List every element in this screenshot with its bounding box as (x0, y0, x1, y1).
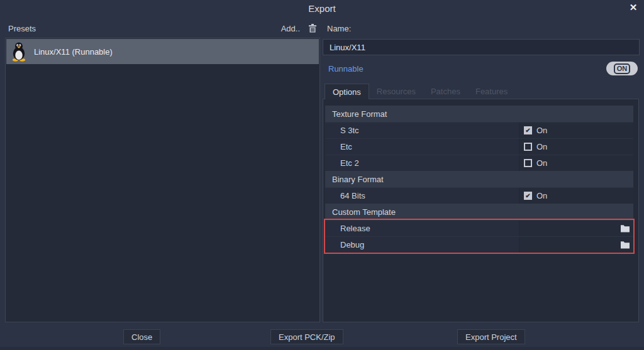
checkbox-caption: On (536, 158, 547, 168)
runnable-label[interactable]: Runnable (328, 64, 364, 74)
folder-icon[interactable] (620, 224, 630, 232)
option-row-release: Release (325, 220, 633, 236)
folder-icon[interactable] (620, 241, 630, 249)
options-panel: Texture Format S 3tc ✔ On Etc On Etc 2 O… (323, 99, 639, 322)
option-label: S 3tc (325, 123, 519, 138)
section-header-binary-format: Binary Format (325, 171, 633, 187)
checkbox-s3tc[interactable]: ✔ (524, 126, 532, 134)
checkbox-caption: On (536, 142, 547, 151)
preset-item-label: Linux/X11 (Runnable) (34, 47, 113, 57)
runnable-toggle[interactable]: ON (606, 62, 638, 75)
name-label: Name: (327, 24, 351, 33)
option-row-debug: Debug (325, 236, 633, 253)
section-header-custom-template: Custom Template (325, 204, 633, 220)
window-bottom-edge (0, 347, 644, 350)
option-label: Release (325, 221, 519, 236)
name-input[interactable]: Linux/X11 (323, 39, 640, 55)
option-row-etc2: Etc 2 On (325, 155, 633, 171)
presets-label: Presets (8, 24, 36, 33)
tab-resources[interactable]: Resources (369, 84, 423, 99)
close-icon[interactable]: ✕ (628, 2, 639, 13)
add-preset-button[interactable]: Add.. (281, 24, 300, 33)
custom-template-error-highlight: Release Debug (324, 219, 635, 254)
dialog-title: Export (0, 3, 644, 14)
export-pck-zip-button[interactable]: Export PCK/Zip (270, 329, 343, 344)
option-row-s3tc: S 3tc ✔ On (325, 122, 633, 138)
linux-tux-icon (11, 41, 27, 62)
presets-list: Linux/X11 (Runnable) (5, 38, 320, 322)
tab-patches[interactable]: Patches (423, 84, 468, 99)
tab-bar: Options Resources Patches Features (325, 84, 515, 99)
option-label: 64 Bits (325, 188, 519, 204)
name-input-value: Linux/X11 (330, 43, 365, 52)
checkbox-etc2[interactable] (524, 159, 532, 167)
export-project-button[interactable]: Export Project (457, 329, 525, 344)
delete-preset-icon[interactable] (308, 23, 318, 33)
preset-item-linux-x11[interactable]: Linux/X11 (Runnable) (6, 39, 319, 64)
debug-path-field[interactable] (519, 237, 633, 253)
runnable-row: Runnable ON (328, 61, 638, 76)
close-button[interactable]: Close (123, 329, 160, 344)
tab-features[interactable]: Features (468, 84, 515, 99)
section-header-texture-format: Texture Format (325, 106, 633, 122)
option-label: Etc (325, 139, 519, 155)
tab-options[interactable]: Options (325, 84, 369, 99)
checkbox-caption: On (536, 126, 547, 135)
checkbox-64bits[interactable]: ✔ (524, 192, 532, 200)
option-label: Etc 2 (325, 155, 519, 171)
checkbox-etc[interactable] (524, 143, 532, 151)
release-path-field[interactable] (519, 221, 633, 236)
option-label: Debug (325, 237, 519, 253)
option-row-64bits: 64 Bits ✔ On (325, 187, 633, 204)
option-row-etc: Etc On (325, 138, 633, 155)
runnable-toggle-state: ON (614, 63, 631, 74)
checkbox-caption: On (536, 191, 547, 200)
presets-header: Presets Add.. (8, 23, 318, 34)
